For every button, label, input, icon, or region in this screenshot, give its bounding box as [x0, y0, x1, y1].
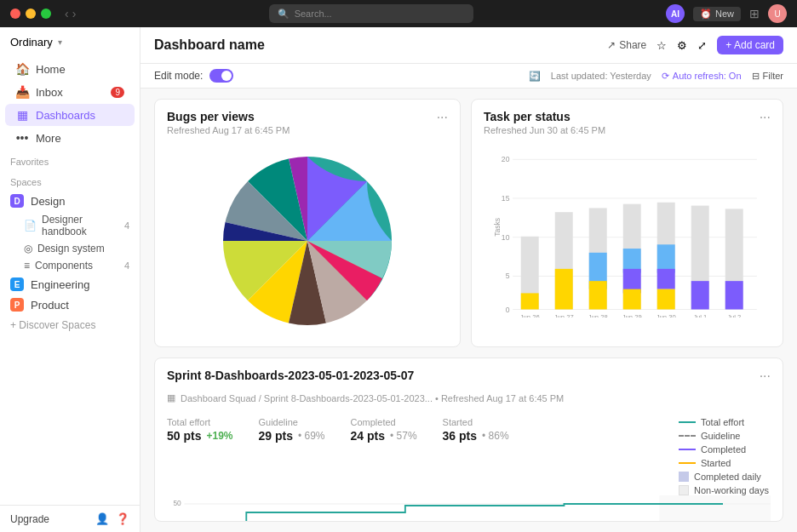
titlebar: ‹ › 🔍 Search... AI ⏰ New ⊞ U	[0, 0, 797, 27]
bugs-chart-menu[interactable]: ···	[437, 110, 448, 125]
spaces-label: Spaces	[0, 170, 140, 191]
stat-total-effort: Total effort 50 pts +19%	[167, 417, 233, 443]
bar-jun26-yellow	[521, 293, 539, 309]
more-icon: •••	[15, 131, 29, 145]
task-chart-card: Task per status Refreshed Jun 30 at 6:45…	[471, 99, 783, 347]
svg-text:Jun 29: Jun 29	[622, 313, 642, 317]
new-button[interactable]: ⏰ New	[693, 7, 741, 21]
sidebar-item-dashboards[interactable]: ▦ Dashboards	[5, 104, 135, 126]
more-label: More	[36, 132, 61, 145]
product-label: Product	[31, 299, 69, 312]
dashboards-label: Dashboards	[36, 109, 95, 122]
filter-button[interactable]: ⊟ Filter	[752, 71, 783, 82]
task-chart-menu[interactable]: ···	[760, 110, 771, 125]
total-effort-value: 50 pts +19%	[167, 429, 233, 443]
bugs-chart-subtitle: Refreshed Aug 17 at 6:45 PM	[167, 125, 290, 135]
legend-total-effort: Total effort	[679, 417, 769, 427]
components-count: 4	[124, 260, 129, 271]
pie-chart-container	[155, 140, 460, 346]
edit-mode-switch[interactable]	[209, 69, 233, 83]
user-avatar[interactable]: U	[768, 4, 787, 23]
sprint-stats: Total effort 50 pts +19% Guideline 29 pt…	[155, 410, 521, 449]
design-avatar: D	[10, 194, 24, 208]
design-label: Design	[31, 195, 65, 208]
header-actions: ↗ Share ☆ ⚙ ⤢ + Add card	[607, 36, 783, 54]
sidebar-footer: Upgrade 👤 ❓	[0, 505, 140, 532]
edit-mode-toggle: Edit mode:	[154, 69, 233, 83]
maximize-dot[interactable]	[41, 9, 51, 19]
doc-icon: 📄	[24, 220, 37, 232]
main-area: Dashboard name ↗ Share ☆ ⚙ ⤢ + Add card …	[140, 27, 797, 532]
bar-jun30-yellow	[657, 289, 675, 310]
legend-non-working: Non-working days	[679, 485, 769, 495]
bugs-chart-card: Bugs per views Refreshed Aug 17 at 6:45 …	[154, 99, 461, 347]
pie-chart	[214, 147, 401, 335]
favorites-label: Favorites	[0, 150, 140, 170]
bar-jun29-yellow	[623, 289, 641, 310]
bugs-card-header: Bugs per views Refreshed Aug 17 at 6:45 …	[155, 100, 460, 140]
sidebar-item-home[interactable]: 🏠 Home	[5, 58, 135, 80]
dashboard-icon: ▦	[167, 392, 175, 403]
toolbar: Edit mode: 🔄 Last updated: Yesterday ⟳ A…	[140, 64, 797, 89]
nav-arrows: ‹ ›	[65, 7, 76, 20]
expand-icon[interactable]: ⤢	[697, 39, 707, 52]
clock-icon: ⏰	[700, 9, 712, 20]
non-working-region	[659, 495, 771, 522]
sprint-meta: ▦ Dashboard Squad / Sprint 8-Dashboards-…	[155, 389, 783, 410]
sprint-menu[interactable]: ···	[760, 369, 771, 384]
grid-icon[interactable]: ⊞	[749, 7, 760, 20]
workspace-chevron: ▾	[58, 37, 62, 47]
guideline-value: 29 pts • 69%	[259, 429, 325, 443]
charts-row: Bugs per views Refreshed Aug 17 at 6:45 …	[154, 99, 783, 347]
bar-chart: 20 15 10 5 0 Tasks	[484, 147, 771, 317]
sidebar-item-more[interactable]: ••• More	[5, 127, 135, 149]
close-dot[interactable]	[10, 9, 20, 19]
total-effort-legend-color	[679, 421, 696, 423]
last-updated-label: Last updated: Yesterday	[551, 71, 651, 81]
sidebar: Ordinary ▾ 🏠 Home 📥 Inbox 9 ▦ Dashboards…	[0, 27, 140, 532]
legend-guideline: Guideline	[679, 431, 769, 441]
sidebar-item-inbox[interactable]: 📥 Inbox 9	[5, 81, 135, 103]
settings-icon[interactable]: ⚙	[677, 39, 687, 52]
sidebar-item-design[interactable]: D Design	[0, 191, 140, 211]
components-icon: ≡	[24, 260, 30, 272]
started-legend-color	[679, 462, 696, 464]
back-arrow[interactable]: ‹	[65, 7, 69, 20]
user-icon[interactable]: 👤	[95, 512, 109, 525]
add-card-button[interactable]: + Add card	[717, 36, 783, 54]
bar-chart-container: 20 15 10 5 0 Tasks	[472, 140, 783, 332]
auto-refresh-label[interactable]: ⟳ Auto refresh: On	[662, 71, 742, 82]
search-container: 🔍 Search...	[83, 4, 659, 23]
sidebar-item-design-system[interactable]: ◎ Design system	[0, 240, 140, 257]
inbox-icon: 📥	[15, 85, 29, 99]
stat-completed: Completed 24 pts • 57%	[351, 417, 417, 443]
sidebar-item-engineering[interactable]: E Engineering	[0, 274, 140, 295]
upgrade-button[interactable]: Upgrade	[10, 513, 89, 525]
sidebar-item-designer-handbook[interactable]: 📄 Designer handbook 4	[0, 211, 140, 240]
chart-legend: Total effort Guideline Completed St	[679, 410, 783, 495]
sprint-title: Sprint 8-Dashboards-2023-05-01-2023-05-0…	[167, 369, 414, 382]
stat-guideline: Guideline 29 pts • 69%	[259, 417, 325, 443]
discover-spaces[interactable]: + Discover Spaces	[0, 315, 140, 335]
total-effort-line	[185, 504, 724, 522]
task-card-header: Task per status Refreshed Jun 30 at 6:45…	[472, 100, 783, 140]
legend-started: Started	[679, 458, 769, 468]
sprint-line-chart: 50 40 30	[167, 495, 771, 522]
svg-text:Tasks: Tasks	[493, 218, 502, 237]
share-button[interactable]: ↗ Share	[607, 39, 646, 51]
ai-badge[interactable]: AI	[666, 4, 685, 23]
workspace-header[interactable]: Ordinary ▾	[0, 27, 140, 57]
star-icon[interactable]: ☆	[657, 39, 667, 52]
task-chart-subtitle: Refreshed Jun 30 at 6:45 PM	[484, 125, 605, 135]
dashboards-icon: ▦	[15, 108, 29, 122]
sidebar-item-components[interactable]: ≡ Components 4	[0, 257, 140, 274]
minimize-dot[interactable]	[26, 9, 36, 19]
toolbar-right: 🔄 Last updated: Yesterday ⟳ Auto refresh…	[529, 71, 783, 82]
sprint-card: Sprint 8-Dashboards-2023-05-01-2023-05-0…	[154, 358, 783, 522]
help-icon[interactable]: ❓	[116, 512, 129, 525]
svg-text:50: 50	[173, 499, 181, 507]
sidebar-item-product[interactable]: P Product	[0, 295, 140, 315]
search-bar[interactable]: 🔍 Search...	[269, 4, 473, 23]
forward-arrow[interactable]: ›	[72, 7, 77, 20]
guideline-pct: • 69%	[298, 430, 325, 442]
